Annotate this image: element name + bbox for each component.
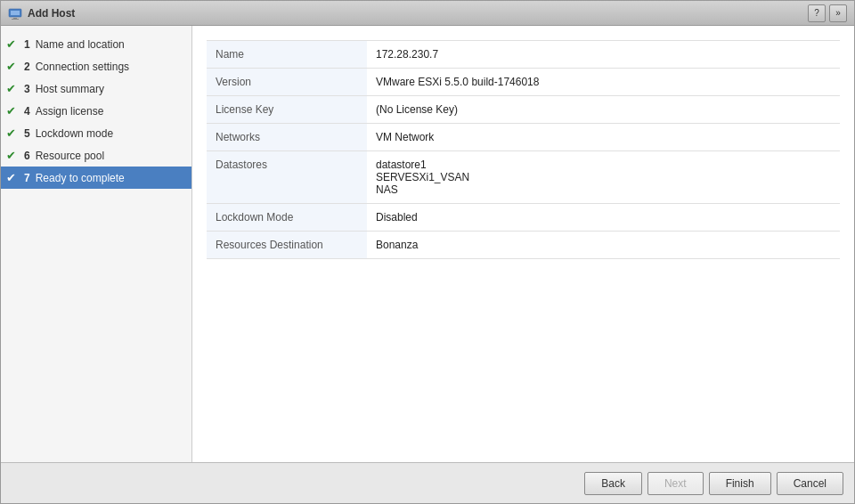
sidebar-item-7[interactable]: ✔7 Ready to complete xyxy=(1,167,191,189)
step-number-2: 2 xyxy=(24,61,30,73)
step-number-7: 7 xyxy=(24,172,30,184)
summary-label-0: Name xyxy=(207,41,367,69)
summary-row-2: License Key(No License Key) xyxy=(207,96,840,124)
summary-label-6: Resources Destination xyxy=(207,232,367,259)
step-label-7: Ready to complete xyxy=(36,172,125,184)
host-icon xyxy=(8,6,22,20)
next-button[interactable]: Next xyxy=(647,472,704,495)
step-label-5: Lockdown mode xyxy=(36,127,113,140)
summary-label-1: Version xyxy=(207,69,367,96)
summary-label-4: Datastores xyxy=(207,151,367,204)
check-icon-2: ✔ xyxy=(6,60,20,73)
titlebar-right: ? » xyxy=(808,4,847,22)
check-icon-5: ✔ xyxy=(6,126,20,140)
step-number-4: 4 xyxy=(24,105,30,118)
summary-row-6: Resources DestinationBonanza xyxy=(207,232,840,259)
summary-value-5: Disabled xyxy=(367,204,840,232)
footer: Back Next Finish Cancel xyxy=(1,462,854,503)
summary-value-2: (No License Key) xyxy=(367,96,840,124)
summary-table: Name172.28.230.7VersionVMware ESXi 5.5.0… xyxy=(207,40,840,259)
summary-label-5: Lockdown Mode xyxy=(207,204,367,232)
back-button[interactable]: Back xyxy=(584,472,642,495)
sidebar-item-3[interactable]: ✔3 Host summary xyxy=(1,77,191,100)
step-label-6: Resource pool xyxy=(36,150,104,162)
summary-row-5: Lockdown ModeDisabled xyxy=(207,204,840,232)
step-number-1: 1 xyxy=(24,38,30,51)
summary-row-1: VersionVMware ESXi 5.5.0 build-1746018 xyxy=(207,69,840,96)
summary-value-6: Bonanza xyxy=(367,232,840,259)
svg-rect-1 xyxy=(11,11,20,15)
step-label-2: Connection settings xyxy=(36,61,129,73)
titlebar-left: Add Host xyxy=(8,6,75,20)
summary-row-4: Datastoresdatastore1SERVESXi1_VSANNAS xyxy=(207,151,840,204)
sidebar-item-2[interactable]: ✔2 Connection settings xyxy=(1,55,191,77)
check-icon-7: ✔ xyxy=(6,171,20,184)
arrows-button[interactable]: » xyxy=(829,4,847,22)
sidebar: ✔1 Name and location✔2 Connection settin… xyxy=(1,26,192,462)
sidebar-item-6[interactable]: ✔6 Resource pool xyxy=(1,144,191,167)
svg-rect-3 xyxy=(12,19,19,20)
step-label-4: Assign license xyxy=(36,105,104,118)
summary-label-2: License Key xyxy=(207,96,367,124)
content-area: ✔1 Name and location✔2 Connection settin… xyxy=(1,26,854,462)
step-number-3: 3 xyxy=(24,83,30,95)
check-icon-3: ✔ xyxy=(6,82,20,95)
sidebar-item-5[interactable]: ✔5 Lockdown mode xyxy=(1,122,191,144)
summary-value-3: VM Network xyxy=(367,124,840,151)
titlebar: Add Host ? » xyxy=(1,1,854,26)
step-label-1: Name and location xyxy=(36,38,125,51)
summary-row-3: NetworksVM Network xyxy=(207,124,840,151)
step-label-3: Host summary xyxy=(36,83,104,95)
sidebar-item-1[interactable]: ✔1 Name and location xyxy=(1,33,191,55)
main-content: Name172.28.230.7VersionVMware ESXi 5.5.0… xyxy=(192,26,854,462)
window-title: Add Host xyxy=(28,7,75,20)
summary-label-3: Networks xyxy=(207,124,367,151)
add-host-window: Add Host ? » ✔1 Name and location✔2 Conn… xyxy=(0,0,855,504)
summary-row-0: Name172.28.230.7 xyxy=(207,41,840,69)
summary-value-1: VMware ESXi 5.5.0 build-1746018 xyxy=(367,69,840,96)
step-number-6: 6 xyxy=(24,150,30,162)
summary-value-4: datastore1SERVESXi1_VSANNAS xyxy=(367,151,840,204)
step-number-5: 5 xyxy=(24,127,30,140)
sidebar-item-4[interactable]: ✔4 Assign license xyxy=(1,100,191,122)
check-icon-1: ✔ xyxy=(6,37,20,51)
cancel-button[interactable]: Cancel xyxy=(777,472,843,495)
summary-value-0: 172.28.230.7 xyxy=(367,41,840,69)
check-icon-6: ✔ xyxy=(6,149,20,162)
check-icon-4: ✔ xyxy=(6,104,20,118)
finish-button[interactable]: Finish xyxy=(709,472,771,495)
help-button[interactable]: ? xyxy=(808,4,826,22)
